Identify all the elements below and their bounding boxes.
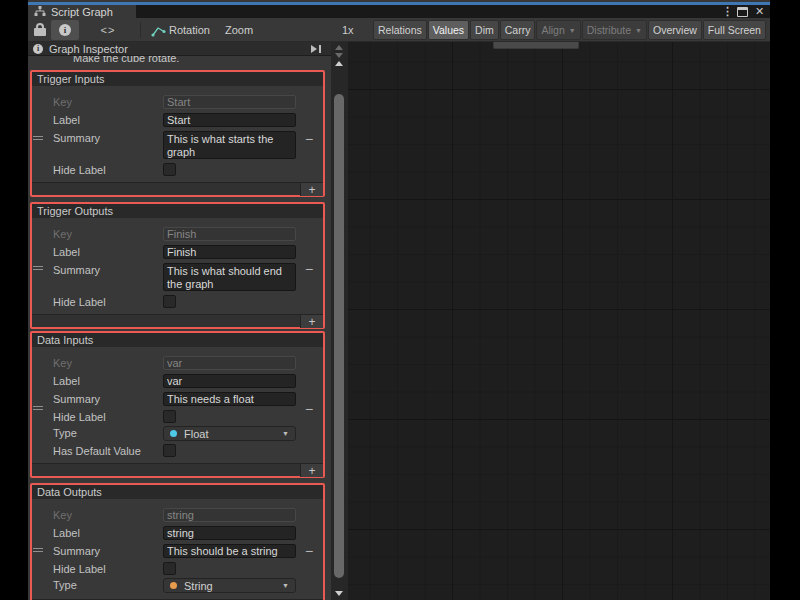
checkbox-hide-label[interactable] (163, 410, 176, 423)
inspector-scrollbar[interactable] (331, 42, 348, 600)
tab-script-graph[interactable]: Script Graph (28, 5, 136, 18)
field-row-label: Label (32, 526, 323, 540)
field-row-key: Key (32, 95, 323, 109)
field-label[interactable] (163, 374, 296, 388)
checkbox-hide-label[interactable] (163, 562, 176, 575)
toolbar-button-values[interactable]: Values (428, 20, 469, 40)
field-summary[interactable] (163, 392, 296, 406)
checkbox-hide-label[interactable] (163, 163, 176, 176)
chevron-down-icon: ▼ (282, 430, 289, 437)
toolbar-button-distribute[interactable]: Distribute▼ (582, 20, 647, 40)
field-label[interactable] (163, 113, 296, 127)
toolbar-button-dim[interactable]: Dim (470, 20, 499, 40)
field-summary[interactable] (163, 544, 296, 558)
graph-toolbar: i <> Rotation Zoom 1x RelationsValuesDim… (28, 18, 770, 42)
field-label: Hide Label (53, 163, 163, 177)
drag-handle-icon[interactable] (33, 406, 43, 412)
toolbar-button-label: Align (541, 24, 564, 36)
remove-item-button[interactable]: − (305, 133, 313, 145)
field-label: Label (53, 245, 163, 259)
graph-inspector-header[interactable]: i Graph Inspector (28, 42, 331, 56)
field-label[interactable] (163, 526, 296, 540)
add-item-button[interactable]: + (300, 464, 323, 477)
code-view-button[interactable]: <> (86, 20, 130, 40)
field-label: Summary (53, 544, 163, 558)
graph-summary-text: Make the cube rotate. (73, 56, 179, 64)
field-row-key: Key (32, 356, 323, 370)
type-dropdown[interactable]: String▼ (163, 578, 296, 593)
toolbar-button-full-screen[interactable]: Full Screen (703, 20, 766, 40)
field-label: Hide Label (53, 295, 163, 309)
rotation-graph-icon (151, 26, 166, 37)
type-value: Float (184, 428, 208, 440)
type-color-dot (170, 582, 177, 589)
field-row-summary: Summary (32, 263, 323, 291)
field-row-summary: Summary (32, 392, 323, 406)
field-label: Summary (53, 131, 163, 145)
field-summary[interactable] (163, 263, 296, 291)
toolbar-button-align[interactable]: Align▼ (536, 20, 580, 40)
field-key[interactable] (163, 508, 296, 522)
type-dropdown[interactable]: Float▼ (163, 426, 296, 441)
scroll-step-up-icon[interactable] (335, 45, 343, 50)
toolbar-button-carry[interactable]: Carry (500, 20, 536, 40)
field-label: Hide Label (53, 410, 163, 424)
toolbar-button-overview[interactable]: Overview (648, 20, 702, 40)
chevron-down-icon: ▼ (282, 582, 289, 589)
scroll-step-down-icon[interactable] (335, 53, 343, 58)
list-footer: + (32, 314, 323, 327)
type-value: String (184, 580, 213, 592)
align-dropdown-stub (493, 42, 579, 49)
checkbox-hide-label[interactable] (163, 295, 176, 308)
field-row-label: Label (32, 113, 323, 127)
toolbar-button-label: Full Screen (708, 24, 761, 36)
graph-inspector-panel: Make the cube rotate. Trigger InputsKeyL… (28, 56, 331, 600)
remove-item-button[interactable]: − (305, 403, 313, 415)
field-row-type: TypeString▼ (32, 578, 323, 593)
list-footer: + (32, 463, 323, 476)
inspector-toggle-button[interactable]: i (51, 20, 79, 40)
field-row-label: Label (32, 374, 323, 388)
field-label: Has Default Value (53, 444, 163, 458)
scroll-up-icon[interactable] (335, 61, 343, 66)
toolbar-button-label: Carry (505, 24, 531, 36)
field-label: Label (53, 526, 163, 540)
field-row-summary: Summary (32, 544, 323, 558)
maximize-icon (737, 7, 748, 17)
field-key[interactable] (163, 356, 296, 370)
field-key[interactable] (163, 227, 296, 241)
add-item-button[interactable]: + (300, 183, 323, 196)
window-close-button[interactable]: ✕ (755, 5, 764, 18)
drag-handle-icon[interactable] (33, 266, 43, 272)
drag-handle-icon[interactable] (33, 136, 43, 142)
script-graph-window: Script Graph ⋮ ✕ i <> Rotation (28, 0, 770, 600)
drag-handle-icon[interactable] (33, 548, 43, 554)
tab-bar: Script Graph ⋮ ✕ (28, 5, 770, 18)
dock-panel-icon[interactable] (311, 45, 321, 53)
section-data-inputs: Data InputsKeyLabelSummaryHide LabelType… (30, 331, 325, 478)
window-menu-button[interactable]: ⋮ (722, 5, 733, 18)
field-summary[interactable] (163, 131, 296, 159)
window-maximize-button[interactable] (737, 5, 748, 18)
scroll-down-icon[interactable] (335, 591, 343, 596)
field-key[interactable] (163, 95, 296, 109)
toolbar-button-relations[interactable]: Relations (373, 20, 427, 40)
list-footer: + (32, 182, 323, 195)
field-label[interactable] (163, 245, 296, 259)
remove-item-button[interactable]: − (305, 545, 313, 557)
section-header: Data Outputs (32, 485, 323, 499)
lock-button[interactable] (31, 20, 49, 40)
checkbox-has-default-value[interactable] (163, 444, 176, 457)
field-label: Summary (53, 263, 163, 277)
chevron-down-icon: ▼ (569, 27, 576, 34)
zoom-value: 1x (342, 24, 354, 36)
remove-item-button[interactable]: − (305, 263, 313, 275)
add-item-button[interactable]: + (300, 315, 323, 328)
rotation-label: Rotation (169, 24, 210, 36)
field-row-key: Key (32, 508, 323, 522)
scrollbar-thumb[interactable] (334, 94, 344, 578)
field-label: Key (53, 356, 163, 370)
graph-canvas[interactable] (348, 42, 770, 600)
section-header: Trigger Inputs (32, 72, 323, 86)
section-header: Data Inputs (32, 333, 323, 347)
